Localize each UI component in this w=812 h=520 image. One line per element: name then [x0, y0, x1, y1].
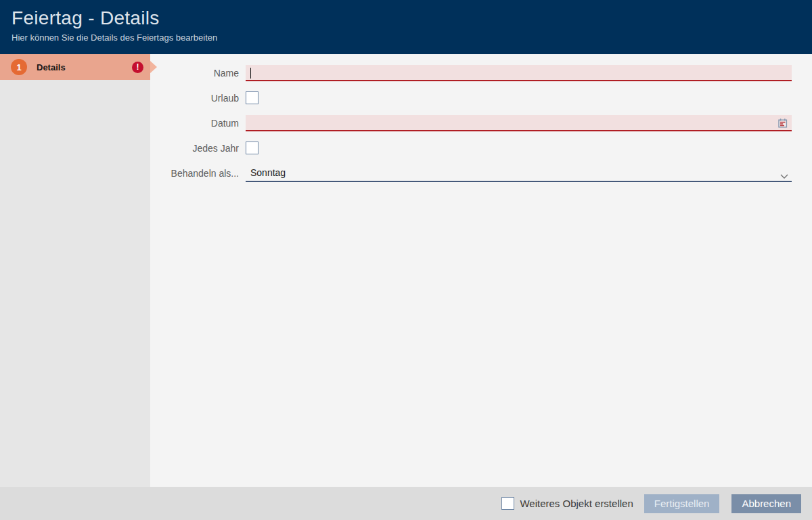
name-row: Name — [150, 60, 792, 85]
create-another-label[interactable]: Weiteres Objekt erstellen — [520, 498, 633, 509]
cancel-button[interactable]: Abbrechen — [731, 494, 801, 513]
behandeln-als-dropdown[interactable]: Sonntag — [246, 165, 792, 182]
name-input-wrap — [246, 65, 792, 81]
text-cursor — [250, 68, 251, 79]
step-label: Details — [37, 62, 132, 72]
urlaub-row: Urlaub — [150, 85, 792, 110]
urlaub-checkbox[interactable] — [246, 91, 258, 104]
behandeln-als-row: Behandeln als... Sonntag — [150, 160, 792, 186]
step-arrow — [150, 61, 157, 73]
dialog-window: Feiertag - Details Hier können Sie die D… — [0, 0, 812, 520]
jedes-jahr-row: Jedes Jahr — [150, 135, 792, 160]
exclamation-badge-icon: ! — [132, 62, 143, 73]
wizard-step-details[interactable]: 1 Details ! — [0, 54, 150, 80]
datum-label: Datum — [150, 118, 239, 129]
chevron-down-icon — [780, 171, 788, 181]
dialog-body: 1 Details ! Name Urlaub Datum — [0, 54, 812, 487]
name-input[interactable] — [246, 65, 792, 81]
behandeln-als-selected-value: Sonntag — [250, 167, 286, 178]
behandeln-als-label: Behandeln als... — [150, 168, 239, 179]
page-subtitle: Hier können Sie die Details des Feiertag… — [12, 32, 812, 43]
finish-button[interactable]: Fertigstellen — [644, 494, 720, 513]
calendar-icon[interactable] — [776, 116, 789, 129]
datum-row: Datum — [150, 110, 792, 135]
jedes-jahr-checkbox[interactable] — [246, 142, 258, 154]
page-title: Feiertag - Details — [12, 7, 812, 29]
wizard-sidebar: 1 Details ! — [0, 54, 150, 487]
form-content: Name Urlaub Datum — [150, 54, 812, 487]
jedes-jahr-label: Jedes Jahr — [150, 143, 239, 154]
step-number-badge: 1 — [11, 59, 27, 75]
name-label: Name — [150, 68, 239, 79]
urlaub-label: Urlaub — [150, 93, 239, 104]
dialog-header: Feiertag - Details Hier können Sie die D… — [0, 0, 812, 54]
create-another-checkbox[interactable] — [501, 497, 514, 510]
datum-input[interactable] — [246, 115, 792, 131]
footer-bar: Weiteres Objekt erstellen Fertigstellen … — [0, 487, 812, 520]
datum-input-wrap — [246, 115, 792, 131]
